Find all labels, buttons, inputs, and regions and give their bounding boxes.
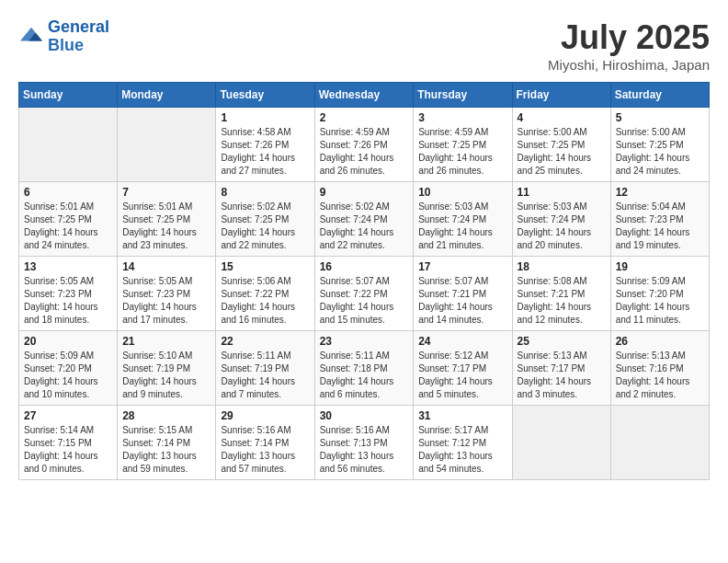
daylight-text: Daylight: 13 hours and 54 minutes. [418, 450, 506, 476]
weekday-header-cell: Friday [512, 83, 610, 108]
cell-info: Sunrise: 5:10 AMSunset: 7:19 PMDaylight:… [122, 350, 210, 401]
month-title: July 2025 [548, 18, 710, 57]
sunset-text: Sunset: 7:20 PM [24, 362, 112, 375]
daylight-text: Daylight: 13 hours and 59 minutes. [122, 450, 210, 476]
day-number: 23 [320, 335, 409, 348]
cell-info: Sunrise: 5:16 AMSunset: 7:14 PMDaylight:… [221, 424, 309, 476]
sunrise-text: Sunrise: 5:01 AM [122, 201, 210, 213]
daylight-text: Daylight: 14 hours and 15 minutes. [320, 301, 409, 327]
daylight-text: Daylight: 14 hours and 7 minutes. [221, 375, 309, 401]
day-number: 11 [518, 186, 606, 199]
calendar-cell [118, 108, 216, 182]
weekday-header-cell: Monday [118, 83, 216, 108]
calendar-cell: 22Sunrise: 5:11 AMSunset: 7:19 PMDayligh… [216, 331, 314, 406]
daylight-text: Daylight: 14 hours and 22 minutes. [320, 226, 409, 252]
daylight-text: Daylight: 14 hours and 9 minutes. [122, 375, 210, 401]
cell-info: Sunrise: 5:13 AMSunset: 7:17 PMDaylight:… [518, 350, 606, 401]
daylight-text: Daylight: 14 hours and 20 minutes. [518, 226, 606, 252]
day-number: 20 [24, 335, 112, 348]
sunrise-text: Sunrise: 5:00 AM [518, 126, 606, 139]
calendar-cell: 17Sunrise: 5:07 AMSunset: 7:21 PMDayligh… [414, 257, 512, 331]
weekday-header-cell: Sunday [19, 83, 118, 108]
sunrise-text: Sunrise: 5:13 AM [518, 350, 606, 362]
weekday-header-cell: Wednesday [314, 83, 414, 108]
calendar-cell: 9Sunrise: 5:02 AMSunset: 7:24 PMDaylight… [314, 182, 414, 257]
sunrise-text: Sunrise: 4:59 AM [320, 126, 409, 139]
cell-info: Sunrise: 5:03 AMSunset: 7:24 PMDaylight:… [418, 201, 506, 252]
sunset-text: Sunset: 7:25 PM [616, 139, 704, 152]
sunset-text: Sunset: 7:20 PM [616, 288, 704, 301]
day-number: 25 [518, 335, 606, 348]
calendar-cell: 10Sunrise: 5:03 AMSunset: 7:24 PMDayligh… [414, 182, 512, 257]
calendar-cell: 16Sunrise: 5:07 AMSunset: 7:22 PMDayligh… [314, 257, 414, 331]
sunset-text: Sunset: 7:14 PM [221, 437, 309, 450]
day-number: 15 [221, 260, 309, 273]
cell-info: Sunrise: 5:08 AMSunset: 7:21 PMDaylight:… [518, 275, 606, 327]
sunset-text: Sunset: 7:25 PM [418, 139, 506, 152]
calendar-cell: 21Sunrise: 5:10 AMSunset: 7:19 PMDayligh… [118, 331, 216, 406]
page-header: General Blue July 2025 Miyoshi, Hiroshim… [18, 18, 710, 73]
sunrise-text: Sunrise: 4:58 AM [221, 126, 309, 139]
calendar-cell: 30Sunrise: 5:16 AMSunset: 7:13 PMDayligh… [314, 406, 414, 480]
sunrise-text: Sunrise: 5:09 AM [616, 275, 704, 288]
sunrise-text: Sunrise: 5:05 AM [24, 275, 112, 288]
calendar-week-row: 13Sunrise: 5:05 AMSunset: 7:23 PMDayligh… [19, 257, 710, 331]
cell-info: Sunrise: 5:00 AMSunset: 7:25 PMDaylight:… [518, 126, 606, 178]
sunset-text: Sunset: 7:17 PM [518, 362, 606, 375]
sunrise-text: Sunrise: 5:03 AM [418, 201, 506, 213]
sunrise-text: Sunrise: 5:17 AM [418, 424, 506, 437]
sunset-text: Sunset: 7:25 PM [518, 139, 606, 152]
cell-info: Sunrise: 4:59 AMSunset: 7:25 PMDaylight:… [418, 126, 506, 178]
sunrise-text: Sunrise: 5:14 AM [24, 424, 112, 437]
calendar-cell: 29Sunrise: 5:16 AMSunset: 7:14 PMDayligh… [216, 406, 314, 480]
sunset-text: Sunset: 7:24 PM [320, 213, 409, 226]
location-subtitle: Miyoshi, Hiroshima, Japan [548, 57, 710, 73]
daylight-text: Daylight: 14 hours and 22 minutes. [221, 226, 309, 252]
sunset-text: Sunset: 7:18 PM [320, 362, 409, 375]
cell-info: Sunrise: 5:01 AMSunset: 7:25 PMDaylight:… [24, 201, 112, 252]
sunrise-text: Sunrise: 5:13 AM [616, 350, 704, 362]
day-number: 22 [221, 335, 309, 348]
calendar-cell: 12Sunrise: 5:04 AMSunset: 7:23 PMDayligh… [610, 182, 709, 257]
calendar-cell: 27Sunrise: 5:14 AMSunset: 7:15 PMDayligh… [19, 406, 118, 480]
sunrise-text: Sunrise: 5:11 AM [221, 350, 309, 362]
sunrise-text: Sunrise: 5:02 AM [320, 201, 409, 213]
sunset-text: Sunset: 7:21 PM [518, 288, 606, 301]
cell-info: Sunrise: 5:07 AMSunset: 7:22 PMDaylight:… [320, 275, 409, 327]
calendar-week-row: 20Sunrise: 5:09 AMSunset: 7:20 PMDayligh… [19, 331, 710, 406]
daylight-text: Daylight: 14 hours and 21 minutes. [418, 226, 506, 252]
cell-info: Sunrise: 5:09 AMSunset: 7:20 PMDaylight:… [616, 275, 704, 327]
sunrise-text: Sunrise: 5:11 AM [320, 350, 409, 362]
sunrise-text: Sunrise: 5:16 AM [221, 424, 309, 437]
sunrise-text: Sunrise: 5:07 AM [418, 275, 506, 288]
sunset-text: Sunset: 7:22 PM [320, 288, 409, 301]
day-number: 10 [418, 186, 506, 199]
sunrise-text: Sunrise: 5:02 AM [221, 201, 309, 213]
daylight-text: Daylight: 14 hours and 16 minutes. [221, 301, 309, 327]
daylight-text: Daylight: 14 hours and 12 minutes. [518, 301, 606, 327]
daylight-text: Daylight: 14 hours and 27 minutes. [221, 152, 309, 178]
daylight-text: Daylight: 14 hours and 19 minutes. [616, 226, 704, 252]
calendar-cell [512, 406, 610, 480]
day-number: 17 [418, 260, 506, 273]
sunrise-text: Sunrise: 5:01 AM [24, 201, 112, 213]
day-number: 12 [616, 186, 704, 199]
calendar-cell: 18Sunrise: 5:08 AMSunset: 7:21 PMDayligh… [512, 257, 610, 331]
day-number: 7 [122, 186, 210, 199]
daylight-text: Daylight: 14 hours and 3 minutes. [518, 375, 606, 401]
day-number: 31 [418, 409, 506, 422]
weekday-header-cell: Thursday [414, 83, 512, 108]
cell-info: Sunrise: 5:03 AMSunset: 7:24 PMDaylight:… [518, 201, 606, 252]
day-number: 2 [320, 111, 409, 124]
sunset-text: Sunset: 7:16 PM [616, 362, 704, 375]
sunrise-text: Sunrise: 5:10 AM [122, 350, 210, 362]
daylight-text: Daylight: 14 hours and 25 minutes. [518, 152, 606, 178]
calendar-cell: 7Sunrise: 5:01 AMSunset: 7:25 PMDaylight… [118, 182, 216, 257]
calendar-cell: 20Sunrise: 5:09 AMSunset: 7:20 PMDayligh… [19, 331, 118, 406]
sunset-text: Sunset: 7:25 PM [221, 213, 309, 226]
calendar-table: SundayMondayTuesdayWednesdayThursdayFrid… [18, 82, 710, 480]
calendar-cell: 31Sunrise: 5:17 AMSunset: 7:12 PMDayligh… [414, 406, 512, 480]
daylight-text: Daylight: 14 hours and 18 minutes. [24, 301, 112, 327]
weekday-header-cell: Saturday [610, 83, 709, 108]
day-number: 30 [320, 409, 409, 422]
